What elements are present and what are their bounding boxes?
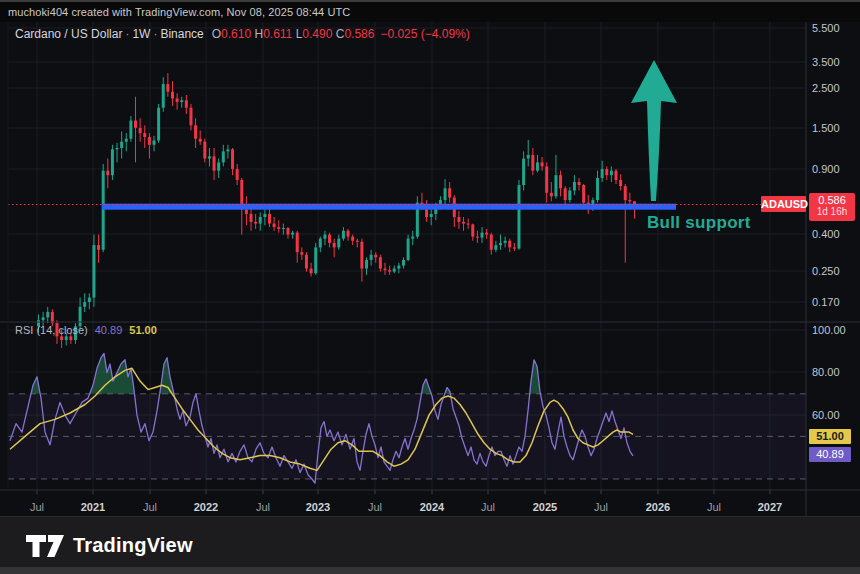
candle [139,118,142,141]
candle [92,235,95,307]
candle [226,145,229,159]
candle [411,231,414,245]
candle [448,182,451,203]
svg-text:0.400: 0.400 [812,228,840,240]
svg-text:3.500: 3.500 [812,56,840,68]
rsi-ma-value: 51.00 [129,324,157,336]
candle [143,125,146,148]
candle [337,235,340,250]
candle [162,77,165,112]
candle [402,257,405,268]
svg-text:2025: 2025 [533,501,557,513]
bull-arrow-drawing[interactable] [631,60,677,201]
rsi-legend[interactable]: RSI (14, close)40.8951.00 [15,324,157,336]
candle [314,243,317,275]
svg-text:100.00: 100.00 [812,324,846,336]
candle [245,196,248,225]
candle [236,164,239,185]
candle [194,118,197,148]
candle [185,95,188,114]
price-axis[interactable]: 5.5003.5002.5001.5000.9000.4000.2500.170… [812,22,846,421]
candle [476,231,479,243]
open-value: 0.610 [221,27,251,41]
candle [416,196,419,238]
candle [157,104,160,143]
interval-label[interactable]: 1W [132,27,150,41]
candle [499,235,502,250]
candle [231,148,234,175]
candle [166,73,169,97]
svg-text:5.500: 5.500 [812,22,840,34]
svg-text:2022: 2022 [194,501,218,513]
candle [46,307,49,323]
svg-text:0.250: 0.250 [812,265,840,277]
tradingview-logo-icon [26,535,64,557]
candle [347,229,350,241]
candle [342,227,345,241]
candle [453,195,456,227]
candle [559,171,562,197]
candle [554,155,557,199]
candle [282,224,285,235]
svg-text:Jul: Jul [368,501,382,513]
candle [120,131,123,158]
candle [125,133,128,151]
rsi-axis-badge: 40.89 [809,447,851,462]
candle [259,212,262,230]
bull-support-annotation[interactable]: Bull support [647,213,751,233]
candle [333,239,336,258]
exchange-label[interactable]: Binance [160,27,203,41]
candle [217,159,220,178]
tradingview-brand[interactable]: TradingView [26,534,193,557]
candle [615,169,618,184]
candle [494,241,497,252]
candle [286,227,289,239]
svg-text:2023: 2023 [306,501,330,513]
candle [153,136,156,152]
tradingview-brand-text: TradingView [73,534,193,557]
candle [471,224,474,241]
candle [106,159,109,189]
candle [263,210,266,226]
candle [370,250,373,266]
candle [222,145,225,167]
svg-text:Jul: Jul [594,501,608,513]
candle [213,148,216,180]
candle [550,182,553,201]
svg-text:60.00: 60.00 [812,409,840,421]
candle [310,263,313,277]
candle [189,104,192,131]
candlestick-series [37,73,636,348]
symbol-title[interactable]: Cardano / US Dollar [15,27,122,41]
candle [273,217,276,231]
candle [481,227,484,243]
candle [517,180,520,250]
time-axis[interactable]: Jul2021Jul2022Jul2023Jul2024Jul2025Jul20… [30,490,782,513]
footer-bottom-strip [0,567,860,574]
candle [83,293,86,312]
svg-text:2026: 2026 [646,501,670,513]
candle [513,243,516,251]
candle [425,200,428,222]
current-price-value: 0.586 [809,194,855,206]
candle [490,233,493,255]
attribution-text: muchoki404 created with TradingView.com,… [8,6,350,18]
svg-text:2.500: 2.500 [812,82,840,94]
candle [208,148,211,166]
svg-text:80.00: 80.00 [812,366,840,378]
candle [365,257,368,275]
symbol-legend[interactable]: Cardano / US Dollar·1W·BinanceO0.610 H0.… [15,27,470,41]
low-value: 0.490 [302,27,332,41]
candle [88,293,91,309]
svg-text:2021: 2021 [81,501,105,513]
price-and-rsi-chart[interactable]: 5.5003.5002.5001.5000.9000.4000.2500.170… [0,0,860,574]
candle [360,239,363,282]
change-value: −0.025 (−4.09%) [380,27,469,41]
close-value: 0.586 [344,27,374,41]
candle [393,266,396,274]
candle [300,247,303,260]
rsi-title[interactable]: RSI (14, close) [15,324,88,336]
svg-text:Jul: Jul [30,501,44,513]
candle [254,214,257,229]
candle [619,174,622,190]
